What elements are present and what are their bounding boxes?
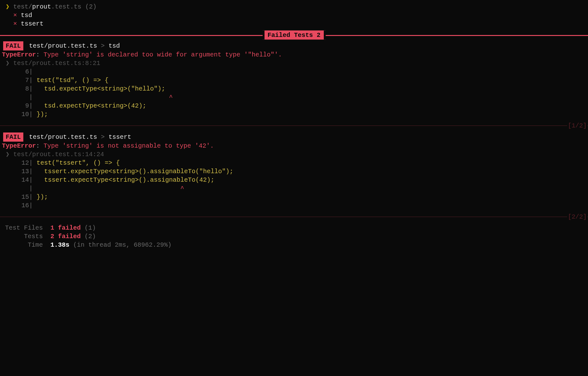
test-summary: Test Files 1 failed (1) Tests 2 failed (… [0,224,588,249]
error-location: test/prout.test.ts:14:24 [13,151,104,158]
failure-separator: [1/2] [0,122,588,129]
failed-tests-banner: Failed Tests 2 [0,31,588,39]
file-path-prefix: test/ [13,3,32,10]
test-result-item: × tsd [0,11,588,20]
code-line-caret: | ^ [1,93,588,102]
code-line: 14| tssert.expectType<string>().assignab… [1,176,588,184]
code-line: 8| tsd.expectType<string>("hello"); [1,85,588,93]
banner-label: Failed Tests 2 [262,31,325,40]
fail-mark-icon: × [13,12,17,19]
failure-counter: [2/2] [567,213,587,221]
code-line: 16| [1,201,588,210]
test-result-item: × tssert [0,20,588,28]
test-file-header: ❯ test/prout.test.ts (2) [0,3,588,11]
error-location-line: ❯ test/prout.test.ts:14:24 [0,150,588,159]
code-line-caret: | ^ [1,184,588,193]
failure-header: FAIL test/prout.test.ts > tsd [0,41,588,50]
fail-badge: FAIL [3,132,23,142]
summary-test-files: Test Files 1 failed (1) [2,224,588,232]
error-type: TypeError [2,142,36,150]
failure-file: test/prout.test.ts [29,42,97,50]
code-line: 12| test("tssert", () => { [1,159,588,167]
error-message-line: TypeError: Type 'string' is declared too… [0,50,588,59]
test-name: tssert [21,20,44,27]
failure-sep: > [101,133,105,141]
error-message: Type 'string' is declared too wide for a… [44,51,282,58]
test-name: tsd [21,12,32,19]
code-snippet: 6| 7| test("tsd", () => { 8| tsd.expectT… [0,68,588,119]
error-type: TypeError [2,51,36,58]
error-message: Type 'string' is not assignable to type … [44,142,214,150]
failure-header: FAIL test/prout.test.ts > tssert [0,132,588,142]
failure-sep: > [101,42,105,50]
error-location: test/prout.test.ts:8:21 [13,60,100,67]
code-line: 7| test("tsd", () => { [1,76,588,85]
code-line: 10| }); [1,110,588,119]
failure-separator: [2/2] [0,213,588,220]
summary-tests: Tests 2 failed (2) [2,232,588,241]
error-message-line: TypeError: Type 'string' is not assignab… [0,142,588,150]
error-colon: : [36,142,44,150]
fail-mark-icon: × [13,20,17,27]
code-line: 15| }); [1,193,588,201]
failure-file: test/prout.test.ts [29,133,97,141]
error-colon: : [36,51,44,58]
code-line: 13| tssert.expectType<string>().assignab… [1,167,588,176]
fail-badge: FAIL [3,41,23,50]
chevron-icon: ❯ [6,151,9,158]
code-snippet: 12| test("tssert", () => { 13| tssert.ex… [0,159,588,210]
summary-time: Time 1.38s (in thread 2ms, 68962.29%) [2,241,588,249]
file-path-name: prout [32,3,51,10]
failure-test-name: tsd [108,42,120,50]
failure-counter: [1/2] [567,121,587,130]
chevron-icon: ❯ [6,60,9,67]
file-path-suffix: .test.ts [51,3,81,10]
code-line: 9| tsd.expectType<string>(42); [1,102,588,110]
error-location-line: ❯ test/prout.test.ts:8:21 [0,59,588,68]
separator-line [0,126,588,126]
failure-test-name: tssert [108,133,131,141]
test-count: (2) [85,3,96,10]
chevron-icon: ❯ [6,3,9,10]
code-line: 6| [1,68,588,76]
separator-line [0,217,588,217]
